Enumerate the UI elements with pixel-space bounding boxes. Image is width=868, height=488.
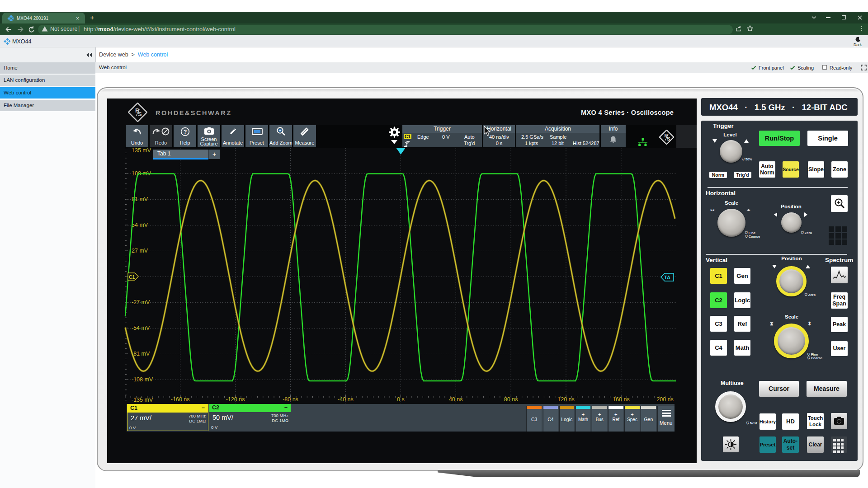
svg-text:80 ns: 80 ns: [504, 396, 518, 403]
svg-text:S: S: [138, 111, 142, 117]
svg-text:-54 mV: -54 mV: [132, 325, 150, 331]
svg-text:135 mV: 135 mV: [132, 148, 151, 154]
svg-text:-135 mV: -135 mV: [132, 397, 153, 403]
svg-text:C1: C1: [129, 274, 135, 280]
svg-text:27 mV: 27 mV: [132, 248, 148, 254]
svg-text:-40 ns: -40 ns: [338, 396, 354, 403]
svg-text:0 s: 0 s: [397, 396, 405, 403]
svg-text:120 ns: 120 ns: [557, 396, 575, 403]
svg-text:54 mV: 54 mV: [132, 222, 148, 228]
svg-text:S: S: [667, 136, 670, 141]
svg-text:-80 ns: -80 ns: [283, 396, 298, 403]
svg-text:40 ns: 40 ns: [449, 396, 463, 403]
svg-text:-27 mV: -27 mV: [132, 299, 150, 305]
svg-text:-160 ns: -160 ns: [171, 396, 190, 403]
svg-text:TA: TA: [664, 275, 670, 280]
svg-text:-81 mV: -81 mV: [132, 351, 150, 357]
svg-text:-108 mV: -108 mV: [132, 376, 153, 383]
svg-text:-120 ns: -120 ns: [226, 396, 245, 403]
svg-text:160 ns: 160 ns: [613, 396, 630, 403]
svg-text:?: ?: [184, 129, 187, 135]
svg-text:200 ns: 200 ns: [656, 396, 674, 403]
